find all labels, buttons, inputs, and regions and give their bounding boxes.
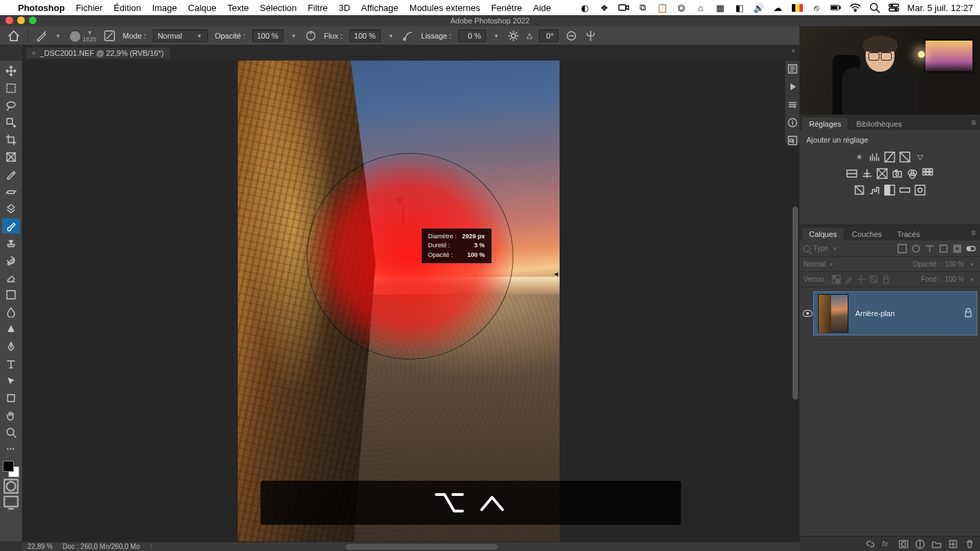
foreground-color-swatch[interactable] [3,461,14,472]
zoom-tool[interactable] [2,425,20,440]
layer-style-icon[interactable]: fx [882,539,892,549]
layer-thumbnail[interactable] [818,294,848,333]
layer-blend-mode[interactable]: Normal ▾ [804,260,909,268]
actions-panel-icon[interactable] [787,81,798,92]
photo-filter-icon[interactable] [891,167,904,180]
gradient-tool[interactable] [2,287,20,302]
menu-edition[interactable]: Édition [114,3,141,13]
layer-filter-type[interactable]: Type▾ [804,245,893,252]
document-tab[interactable]: × _DSC2001.NEF @ 22,9% (RVB/16*) [26,48,170,59]
black-white-icon[interactable] [876,167,888,180]
eyedropper-tool[interactable] [2,167,20,182]
app-menu[interactable]: Photoshop [18,3,65,13]
canvas-area[interactable]: Diamètre :2929 px Dureté :3 % Opacité :1… [22,61,799,541]
home-icon[interactable] [7,29,21,43]
menu-image[interactable]: Image [152,3,177,13]
spotlight-icon[interactable] [869,2,880,13]
wifi-icon[interactable] [850,2,861,13]
clone-stamp-tool[interactable] [2,236,20,251]
menu-modules-externes[interactable]: Modules externes [409,3,480,13]
eraser-tool[interactable] [2,270,20,285]
angle-value[interactable]: 0° [539,30,558,42]
flow-value[interactable]: 100 % [349,30,380,42]
menubar-extra-icon[interactable]: ⏣ [676,2,687,13]
tab-calques[interactable]: Calques [802,228,844,240]
close-window-button[interactable] [6,17,13,24]
menubar-display-icon[interactable]: ◧ [734,2,745,13]
menubar-extra-icon[interactable]: ◐ [580,2,591,13]
horizontal-scrollbar[interactable] [346,544,498,550]
menubar-clipboard-icon[interactable]: 📋 [657,2,668,13]
color-swatches[interactable] [3,461,19,477]
window-controls[interactable] [6,17,37,24]
menubar-sound-icon[interactable]: 🔊 [753,2,764,13]
menubar-home-icon[interactable]: ⌂ [695,2,706,13]
menu-calque[interactable]: Calque [188,3,216,13]
tab-reglages[interactable]: Réglages [802,118,848,130]
blend-mode-select[interactable]: Normal▾ [153,30,208,42]
crop-tool[interactable] [2,132,20,147]
close-tab-icon[interactable]: × [32,50,36,57]
history-panel-icon[interactable] [787,63,798,74]
opacity-value[interactable]: 100 % [252,30,283,42]
menubar-extra-icon[interactable]: ❖ [599,2,610,13]
smoothing-options-icon[interactable] [507,30,520,42]
filter-pixel-icon[interactable] [897,244,907,253]
menubar-clock[interactable]: Mar. 5 juil. 12:27 [908,3,973,13]
vibrance-icon[interactable]: ▽ [914,151,926,163]
pressure-opacity-icon[interactable] [305,30,317,42]
filter-smart-icon[interactable] [952,244,962,253]
fill-value[interactable]: 100 % [945,276,964,283]
menu-aide[interactable]: Aide [533,3,551,13]
tab-couches[interactable]: Couches [845,228,888,240]
panel-menu-icon[interactable]: ≡ [971,118,976,127]
minimize-window-button[interactable] [17,17,25,24]
layer-name[interactable]: Arrière-plan [855,309,895,318]
menubar-cloud-icon[interactable]: ☁ [773,2,784,13]
menu-affichage[interactable]: Affichage [361,3,398,13]
marquee-tool[interactable] [2,81,20,96]
new-group-icon[interactable] [932,539,941,549]
menu-texte[interactable]: Texte [227,3,249,13]
blur-tool[interactable] [2,304,20,320]
brush-preset-picker[interactable]: ▾1625 [69,29,96,43]
menu-filtre[interactable]: Filtre [308,3,328,13]
menu-selection[interactable]: Sélection [260,3,296,13]
levels-icon[interactable] [868,151,881,163]
layer-lock-icon[interactable] [964,308,972,319]
status-more-icon[interactable]: 〉 [150,542,156,551]
panel-menu-icon[interactable]: ≡ [971,228,976,238]
hue-sat-icon[interactable] [846,167,858,180]
tab-overflow-icon[interactable]: « [791,47,795,54]
vertical-scrollbar[interactable] [793,207,798,399]
zoom-window-button[interactable] [29,17,37,24]
layer-visibility-toggle[interactable] [803,310,813,317]
lasso-tool[interactable] [2,98,20,113]
delete-layer-icon[interactable] [965,539,974,549]
move-tool[interactable] [2,63,20,79]
shape-tool[interactable] [2,391,20,406]
menu-fichier[interactable]: Fichier [76,3,103,13]
tab-traces[interactable]: Tracés [890,228,927,240]
character-panel-icon[interactable] [787,135,798,146]
lock-image-icon[interactable] [844,275,853,284]
color-balance-icon[interactable] [861,167,873,180]
record-icon[interactable] [618,2,629,13]
brightness-contrast-icon[interactable]: ☀ [853,151,866,163]
new-adjustment-layer-icon[interactable] [915,539,925,549]
tool-preset-picker[interactable] [35,30,48,42]
battery-icon[interactable] [830,2,841,13]
smoothing-value[interactable]: 0 % [458,30,486,42]
properties-panel-icon[interactable] [787,99,798,110]
airbrush-icon[interactable] [402,30,414,42]
menubar-flag-icon[interactable] [792,2,803,13]
zoom-readout[interactable]: 22,89 % [28,543,53,550]
selective-color-icon[interactable] [914,184,926,196]
filter-type-icon[interactable] [925,244,935,253]
menu-3d[interactable]: 3D [338,3,350,13]
control-center-icon[interactable] [888,2,899,13]
doc-size-readout[interactable]: Doc : 260,0 Mo/260,0 Mo [63,543,140,550]
type-tool[interactable] [2,356,20,371]
menubar-extra-icon[interactable]: ⧉ [637,2,649,13]
menubar-grid-icon[interactable]: ▦ [715,2,726,13]
